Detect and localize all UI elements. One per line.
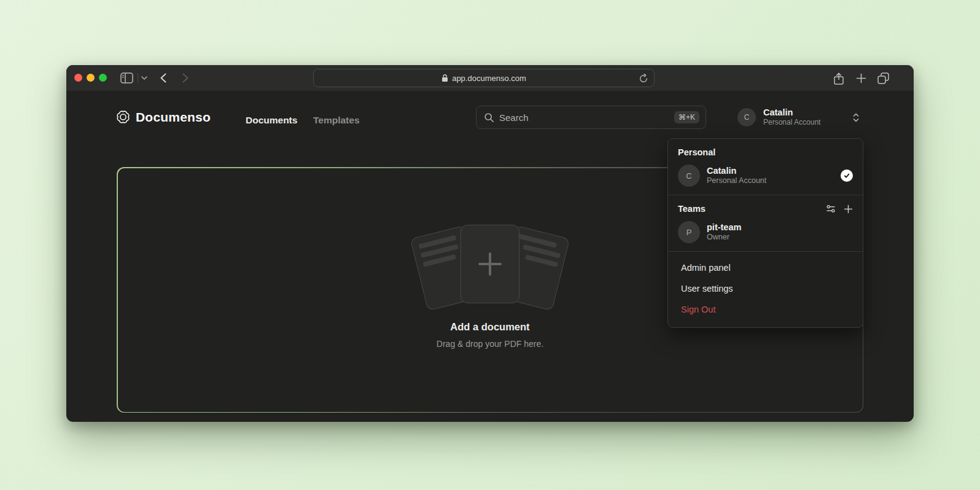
nav-templates[interactable]: Templates bbox=[313, 115, 360, 126]
documenso-logo-icon bbox=[115, 109, 131, 125]
personal-section-title: Personal bbox=[678, 147, 715, 157]
brand-name: Documenso bbox=[136, 110, 211, 125]
account-dropdown-menu: Personal C Catalin Personal Account Team… bbox=[667, 138, 863, 328]
add-document-plus-icon bbox=[478, 252, 502, 276]
search-input[interactable] bbox=[499, 112, 669, 123]
teams-section: Teams P pit-team Owner bbox=[668, 195, 863, 251]
tab-overview-icon[interactable] bbox=[877, 72, 889, 84]
search-shortcut-badge: ⌘+K bbox=[674, 111, 699, 123]
menu-item-sign-out[interactable]: Sign Out bbox=[668, 299, 863, 320]
reload-icon[interactable] bbox=[639, 74, 648, 86]
search-icon bbox=[484, 112, 494, 123]
menu-actions-section: Admin panel User settings Sign Out bbox=[668, 251, 863, 327]
lock-icon bbox=[441, 74, 448, 82]
teams-section-title: Teams bbox=[678, 204, 706, 214]
zoom-window-button[interactable] bbox=[99, 74, 107, 82]
document-card-center bbox=[461, 225, 519, 303]
team-avatar: P bbox=[678, 221, 700, 243]
brand-home-link[interactable]: Documenso bbox=[115, 109, 211, 125]
sidebar-toggle-icon[interactable] bbox=[120, 71, 134, 84]
account-subtitle: Personal Account bbox=[763, 118, 844, 127]
search-bar: ⌘+K bbox=[476, 106, 706, 129]
selected-check-icon bbox=[841, 169, 853, 182]
chevron-down-icon[interactable] bbox=[141, 76, 148, 80]
document-stack-illustration bbox=[413, 224, 567, 309]
personal-section: Personal C Catalin Personal Account bbox=[668, 139, 863, 195]
forward-button[interactable] bbox=[181, 72, 190, 84]
browser-titlebar: app.documenso.com bbox=[66, 65, 914, 91]
dropzone-subtitle: Drag & drop your PDF here. bbox=[118, 339, 863, 349]
back-button[interactable] bbox=[158, 72, 168, 84]
add-team-icon[interactable] bbox=[844, 204, 853, 214]
browser-window: app.documenso.com Documenso Documents bbox=[66, 65, 914, 422]
account-name: Catalin bbox=[763, 107, 844, 118]
manage-teams-icon[interactable] bbox=[826, 204, 836, 214]
menu-item-admin-panel[interactable]: Admin panel bbox=[668, 257, 863, 278]
new-tab-plus-icon[interactable] bbox=[855, 72, 866, 84]
minimize-window-button[interactable] bbox=[87, 74, 95, 82]
team-name: pit-team bbox=[707, 222, 853, 233]
titlebar-separator bbox=[138, 73, 138, 83]
account-menu-button[interactable]: C Catalin Personal Account bbox=[737, 104, 860, 131]
account-avatar: C bbox=[737, 108, 756, 126]
nav-documents[interactable]: Documents bbox=[246, 115, 297, 126]
url-text: app.documenso.com bbox=[452, 74, 526, 83]
personal-account-subtitle: Personal Account bbox=[707, 176, 834, 185]
team-role: Owner bbox=[707, 233, 853, 242]
menu-item-user-settings[interactable]: User settings bbox=[668, 278, 863, 299]
address-bar[interactable]: app.documenso.com bbox=[313, 69, 655, 87]
personal-account-avatar: C bbox=[678, 165, 700, 187]
close-window-button[interactable] bbox=[74, 74, 82, 82]
personal-account-item[interactable]: C Catalin Personal Account bbox=[678, 165, 853, 187]
chevrons-up-down-icon bbox=[852, 112, 860, 123]
desktop: app.documenso.com Documenso Documents bbox=[0, 0, 980, 490]
team-item[interactable]: P pit-team Owner bbox=[678, 221, 853, 243]
personal-account-name: Catalin bbox=[707, 166, 834, 176]
share-icon[interactable] bbox=[833, 72, 845, 85]
